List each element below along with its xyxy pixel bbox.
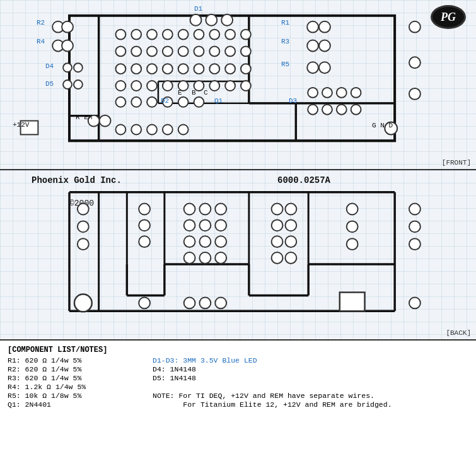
- note-D1D3: D1-D3: 3MM 3.5V Blue LED: [153, 356, 405, 364]
- svg-point-14: [62, 21, 73, 33]
- svg-point-84: [409, 57, 421, 68]
- note-R4: R4: 1.2k Ω 1/4w 5%: [8, 383, 134, 391]
- svg-point-38: [194, 30, 204, 40]
- back-pcb-svg: [0, 170, 476, 339]
- svg-point-36: [163, 30, 173, 40]
- svg-point-139: [409, 221, 421, 232]
- svg-point-77: [337, 88, 347, 98]
- svg-point-52: [131, 64, 141, 74]
- svg-point-57: [209, 64, 219, 74]
- svg-point-125: [199, 252, 211, 264]
- svg-point-44: [147, 46, 157, 56]
- svg-point-133: [272, 252, 283, 264]
- svg-point-67: [225, 81, 235, 91]
- svg-point-31: [307, 62, 318, 73]
- svg-point-68: [241, 81, 251, 91]
- svg-point-90: [163, 125, 173, 135]
- svg-point-135: [347, 204, 358, 215]
- svg-point-32: [319, 62, 330, 73]
- svg-point-71: [147, 97, 157, 107]
- svg-point-48: [209, 46, 219, 56]
- svg-point-124: [184, 252, 195, 264]
- svg-point-140: [409, 238, 421, 250]
- svg-point-142: [139, 297, 150, 308]
- svg-point-132: [285, 236, 296, 247]
- label-GND: G N D: [372, 122, 393, 129]
- svg-point-66: [209, 81, 219, 91]
- svg-point-143: [184, 297, 195, 308]
- svg-point-130: [285, 219, 296, 231]
- svg-point-80: [322, 105, 332, 115]
- label-B: B: [192, 89, 196, 96]
- svg-point-29: [307, 40, 318, 52]
- svg-point-88: [131, 125, 141, 135]
- svg-point-37: [178, 30, 189, 40]
- label-Q1: Q1: [214, 97, 223, 105]
- svg-point-45: [163, 46, 173, 56]
- svg-point-129: [272, 219, 283, 231]
- main-container: PG: [0, 0, 476, 449]
- svg-point-81: [337, 105, 347, 115]
- label-plus12v: +12V: [13, 121, 29, 129]
- svg-point-17: [63, 63, 72, 72]
- svg-point-127: [272, 204, 283, 215]
- note-R1: R1: 620 Ω 1/4w 5%: [8, 356, 134, 364]
- svg-point-147: [409, 297, 421, 308]
- svg-point-16: [62, 40, 73, 52]
- svg-point-33: [115, 30, 125, 40]
- note-R5: R5: 10k Ω 1/8w 5%: [8, 392, 134, 400]
- svg-point-118: [184, 219, 195, 231]
- svg-rect-146: [340, 293, 365, 312]
- svg-point-61: [131, 81, 141, 91]
- svg-point-87: [115, 125, 125, 135]
- svg-point-30: [319, 40, 330, 52]
- svg-point-83: [409, 21, 421, 33]
- svg-point-122: [199, 236, 211, 247]
- svg-point-120: [215, 219, 226, 231]
- svg-point-121: [184, 236, 195, 247]
- note-D5: D5: 1N4148: [153, 374, 405, 382]
- svg-point-126: [215, 252, 226, 264]
- label-D5: D5: [45, 80, 54, 88]
- svg-point-115: [184, 204, 195, 215]
- label-R1: R1: [281, 19, 289, 26]
- svg-point-91: [178, 125, 189, 135]
- notes-title: [COMPONENT LIST/NOTES]: [8, 346, 468, 354]
- svg-point-22: [100, 115, 111, 127]
- svg-point-144: [199, 297, 211, 308]
- svg-point-145: [215, 297, 226, 308]
- svg-point-40: [225, 30, 235, 40]
- front-label: [FRONT]: [442, 159, 471, 166]
- note-Q1: Q1: 2N4401: [8, 400, 134, 409]
- svg-point-20: [74, 80, 83, 89]
- label-E: E: [178, 89, 182, 96]
- notes-left-col: R1: 620 Ω 1/4w 5% R2: 620 Ω 1/4w 5% R3: …: [8, 356, 134, 409]
- svg-point-75: [308, 88, 318, 98]
- label-R3: R3: [281, 38, 289, 45]
- svg-point-60: [115, 81, 125, 91]
- notes-panel: [COMPONENT LIST/NOTES] R1: 620 Ω 1/4w 5%…: [0, 341, 476, 449]
- svg-point-46: [178, 46, 189, 56]
- svg-point-114: [139, 236, 150, 247]
- svg-point-34: [131, 30, 141, 40]
- front-pcb-svg: [0, 0, 476, 169]
- label-R4: R4: [37, 38, 45, 45]
- svg-point-56: [194, 64, 204, 74]
- notes-row: R1: 620 Ω 1/4w 5% R2: 620 Ω 1/4w 5% R3: …: [8, 356, 468, 409]
- svg-point-74: [194, 97, 204, 107]
- svg-point-55: [178, 64, 189, 74]
- svg-point-116: [199, 204, 211, 215]
- svg-point-25: [206, 15, 217, 26]
- svg-point-62: [147, 81, 157, 91]
- svg-point-138: [409, 204, 421, 215]
- svg-point-136: [347, 221, 358, 232]
- label-R2: R2: [37, 19, 45, 26]
- svg-point-69: [115, 97, 125, 107]
- label-D1: D1: [194, 5, 202, 13]
- label-C: C: [204, 89, 208, 96]
- svg-point-117: [215, 204, 226, 215]
- svg-point-47: [194, 46, 204, 56]
- svg-point-76: [322, 88, 332, 98]
- svg-point-79: [308, 105, 318, 115]
- svg-point-41: [241, 30, 251, 40]
